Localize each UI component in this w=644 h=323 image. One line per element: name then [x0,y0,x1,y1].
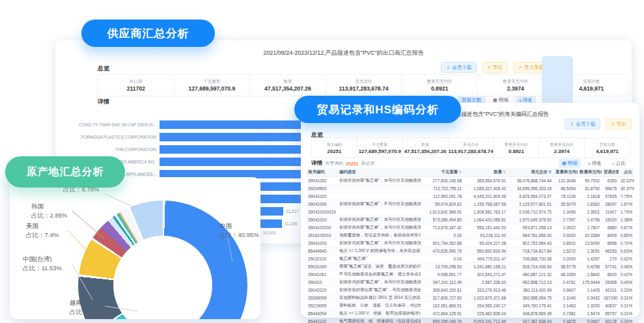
result-count: 20251 [346,162,358,166]
numeric-cell: 32.02% [619,177,634,185]
bar-category-label: THN CORPORATION [59,147,156,152]
column-header[interactable]: 数量⇅ [464,168,508,177]
table-row: 85444294电压 <= 1,000 V、绝缘、配有连接器的电导体，其他：电压… [306,310,634,318]
table-row: 39041010初级形状的聚"氯乙烯"，未与任何其他物质混合：乳液级 PVC 树… [306,216,634,224]
numeric-cell: 10.3384 [578,232,602,240]
numeric-cell: 1.1040 [553,294,578,302]
supplier-detail-label: 详情 [98,98,109,106]
column-header[interactable]: 美元总价⇅ [508,168,553,177]
numeric-cell: 718,734,817.84 [508,247,553,255]
view-toggle-占比[interactable]: ○占比 [609,159,629,168]
bar-value-label: 11,149 [285,221,297,226]
composite-dashboard-stage: 2021/08/24-2023/12/12,产品描述包含"PVC"的出口商汇总报… [0,0,644,323]
action-button-member-download[interactable]: ⇩会员下载 [565,119,600,130]
column-header: 编码描述 [337,168,421,177]
numeric-cell: 1,064,420,085.81 [464,216,508,224]
description-cell: 塑料板材、片材、薄膜、箔片和条带，经过蜂窝化、增强、层压或与其他… [337,302,421,310]
numeric-cell: 0.31% [619,302,634,310]
table-row: 39204900712,722,755.111,085,327,406.4234… [306,185,634,193]
description-cell: 其他塑料制品和属目 3901 至 3914 其它的其他材料制品（不包括 9619… [337,294,421,302]
numeric-cell: 0.00 [421,232,464,240]
hs-view-toggles: ▦明细≡排名○占比 [559,159,629,168]
callout-country: 中国 [219,221,259,231]
numeric-cell: 1,022,679,371.68 [464,294,508,302]
table-row: 39269099其他塑料制品和属目 3901 至 3914 其它的其他材料制品（… [306,294,634,302]
hs-code-cell: 39204900 [306,185,337,193]
description-cell [337,193,421,201]
table-row: 85444940电压 <= 1,000 V 的绝缘电导体，未安装连接器，其他电缆… [306,247,634,255]
numeric-cell: 8966 [602,240,619,247]
callout-percent: 占比：2.85% [31,211,67,220]
numeric-cell: 699,299,046.76 [421,318,464,323]
donut-callout: 越南占比：24.15% [70,298,109,316]
view-toggle-明细[interactable]: ▦明细 [559,159,581,168]
stat-cell: 数量47,517,354,207.26 [403,138,449,158]
numeric-cell: 40837 [602,302,619,310]
numeric-cell: 303,543,271.47 [464,271,508,279]
numeric-cell: 348,878,569.39 [508,310,553,318]
numeric-cell: 452,898,712.13 [508,279,553,287]
numeric-cell: 0.31% [619,294,634,302]
stat-value: 127,689,597,070.9 [359,148,401,154]
description-cell [337,185,421,193]
numeric-cell: 0.30% [619,318,634,323]
stat-label: 千克重量 [203,79,220,85]
donut-callout: 中国(台湾)占比：11.53% [23,255,62,273]
hs-code-cell: 39041092 [306,177,337,185]
stat-cell: 海关编码20251 [312,138,357,158]
numeric-cell: 1.5272 [553,247,578,255]
numeric-cell: 1.5842 [578,271,602,279]
callout-percent: 占比：40.95% [219,231,259,240]
description-cell [337,208,421,216]
button-label: 会员下载 [452,64,471,71]
stat-label: 美元总价 [463,142,479,148]
callout-country: 韩国 [31,202,67,211]
stat-value: 2.3974 [554,148,570,154]
column-header[interactable]: 贸易次数⇅ [602,168,619,177]
numeric-cell: 1.3051 [578,247,602,255]
numeric-cell: 65757 [602,310,619,318]
action-button-export[interactable]: ⇪导出 [482,62,508,73]
result-count-prefix: 共查询到 [325,160,343,167]
action-button-member-download[interactable]: ⇩会员下载 [441,62,477,73]
numeric-cell: 1.38% [619,216,634,224]
stat-value: 0.8921 [431,85,448,92]
numeric-cell: 57741 [602,263,619,271]
column-header: 数量美元均价 [578,168,602,177]
hs-code-summary-panel: 2021/08/24-2023/12/12,产品描述包含"PVC"的海关编码汇总… [301,103,639,317]
table-row: 59031090用聚"氯乙烯"浸渍、涂层、覆盖或层压的纺织织物（不包括用聚"氯乙… [306,263,634,271]
view-toggle-label: 排名 [592,160,602,167]
numeric-cell: 9,948,651.77 [421,271,464,279]
numeric-cell: 1.3501 [578,208,602,216]
numeric-cell: 0.00 [421,255,464,263]
stat-value: 127,689,597,070.9 [189,85,236,92]
column-header[interactable]: 千克重量⇅ [421,168,464,177]
numeric-cell: 0.0000 [553,232,578,240]
list-view-icon: ≡ [519,98,522,103]
description-cell: 初级形状的聚"氯乙烯"，未与任何其他物质混合：乳液级 PVC 树脂/PV… [337,216,421,224]
stat-value: 47,517,354,207.26 [264,85,311,92]
stat-value: 4,619,971 [579,85,604,92]
description-cell: 电压 <= 1,000 V 的绝缘电导体，未安装连接器，其他电缆（包括同轴电… [337,247,421,255]
stat-cell: 美元总价113,917,283,678.74 [326,75,402,96]
badge-origin-analysis: 原产地汇总分析 [5,156,125,188]
description-cell: 初级形状的塑化聚"氯乙烯"，与其他物质混合：颗粒 [337,287,421,294]
description-cell: 电气用绕组线、铜、绝缘绕组（包括漆包或搪瓷绝缘）电线、电缆（包… [337,318,421,323]
column-header-label: 重量美元均价 [555,169,578,174]
view-toggle-label: 明细 [568,160,578,167]
button-label: 会员下载 [576,121,595,128]
action-button-export[interactable]: ⇪导出 [606,119,632,130]
callout-percent: 占比：7.4% [26,231,59,240]
numeric-cell: 1.5474 [578,310,602,318]
numeric-cell: 947,241,112.49 [421,279,464,287]
numeric-cell: 92178 [602,318,619,323]
numeric-cell: 317,826,727.50 [421,294,464,302]
stat-label: 美元总价 [356,79,372,85]
pie-view-icon: ○ [612,162,615,166]
view-toggle-排名[interactable]: ≡排名 [585,159,605,168]
numeric-cell: 470,626,590.79 [421,247,464,255]
numeric-cell: 1.8362 [578,201,602,208]
bar-category-label: FORMOSA PLASTICS CORPORATION [59,135,156,139]
description-cell: 地板覆盖物，无论是否自粘，卷状或砖块形式，以及墙壁或天花板覆盖… [337,232,421,240]
view-toggle-label: 占比 [616,160,626,167]
